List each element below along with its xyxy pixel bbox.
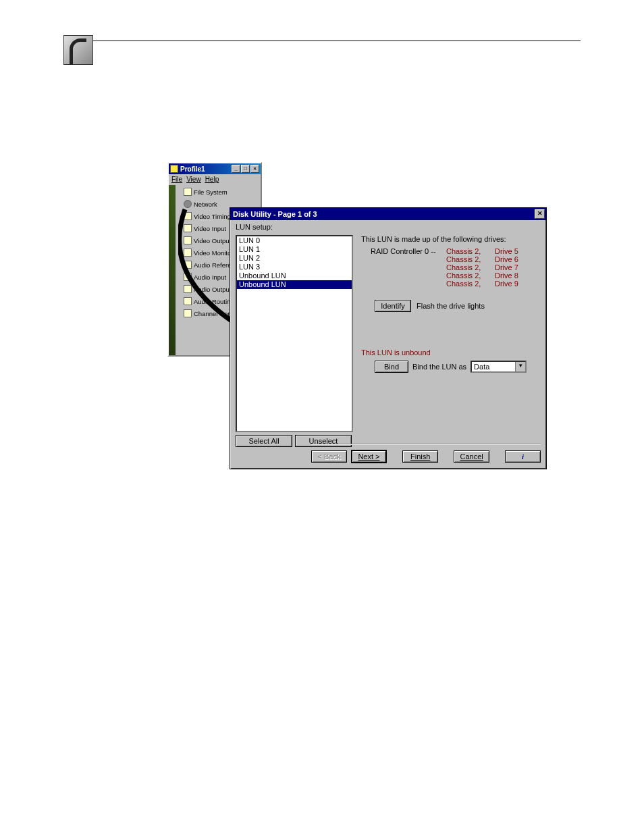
video-in-icon [184,224,192,232]
routing-icon [184,297,192,305]
chevron-down-icon[interactable]: ▼ [515,362,525,371]
cancel-button[interactable]: Cancel [454,450,489,463]
lun-setup-label: LUN setup: [236,223,541,231]
close-button[interactable]: × [250,165,259,173]
identify-hint: Flash the drive lights [417,302,485,310]
made-up-label: This LUN is made up of the following dri… [361,235,542,243]
list-item[interactable]: Unbound LUN [237,271,352,280]
list-item[interactable]: LUN 0 [237,236,352,245]
bind-as-label: Bind the LUN as [412,363,466,371]
minimize-button[interactable]: _ [232,165,240,173]
lun-listbox[interactable]: LUN 0 LUN 1 LUN 2 LUN 3 Unbound LUN Unbo… [236,235,353,432]
raid-controller-label: RAID Controller 0 -- [371,247,446,255]
next-button[interactable]: Next > [351,450,387,463]
maximize-button[interactable]: □ [241,165,250,173]
drives-table: RAID Controller 0 --Chassis 2,Drive 5 Ch… [371,247,542,288]
menu-view[interactable]: View [186,176,201,183]
audio-ref-icon [184,261,192,269]
tree-item-file-system[interactable]: File System [177,186,259,198]
wizard-nav: < Back Next > Finish Cancel i [311,444,541,463]
app-icon [170,165,178,173]
network-icon [184,200,192,208]
audio-out-icon [184,285,192,293]
timing-icon [184,212,192,220]
info-button[interactable]: i [505,450,541,463]
menu-file[interactable]: File [171,176,182,183]
profile-title: Profile1 [180,165,205,173]
sidebar-brand-strip [169,185,176,355]
identify-button[interactable]: Identify [375,300,411,312]
folder-icon [184,188,192,196]
bind-button[interactable]: Bind [375,361,408,373]
bind-as-combo[interactable]: ▼ [471,361,527,373]
finish-button[interactable]: Finish [402,450,438,463]
list-item[interactable]: LUN 3 [237,263,352,271]
list-item[interactable]: LUN 2 [237,254,352,263]
back-button: < Back [311,450,347,463]
lun-status-text: This LUN is unbound [361,348,431,357]
disk-utility-dialog: Disk Utility - Page 1 of 3 ✕ LUN setup: … [230,207,547,469]
monitor-icon [184,249,192,257]
audio-in-icon [184,273,192,281]
dialog-close-button[interactable]: ✕ [535,209,545,219]
video-out-icon [184,236,192,244]
list-item[interactable]: Unbound LUN [237,280,352,289]
menu-help[interactable]: Help [205,176,219,183]
header-rule [63,41,581,41]
profile-titlebar: Profile1 _ □ × [169,163,261,174]
brand-logo-icon [63,35,93,65]
dialog-titlebar: Disk Utility - Page 1 of 3 ✕ [230,208,546,220]
list-item[interactable]: LUN 1 [237,245,352,254]
select-all-button[interactable]: Select All [236,435,292,447]
bind-as-value[interactable] [472,363,515,371]
dialog-title: Disk Utility - Page 1 of 3 [233,210,317,218]
menubar: File View Help [169,174,261,184]
channel-icon [184,309,192,317]
